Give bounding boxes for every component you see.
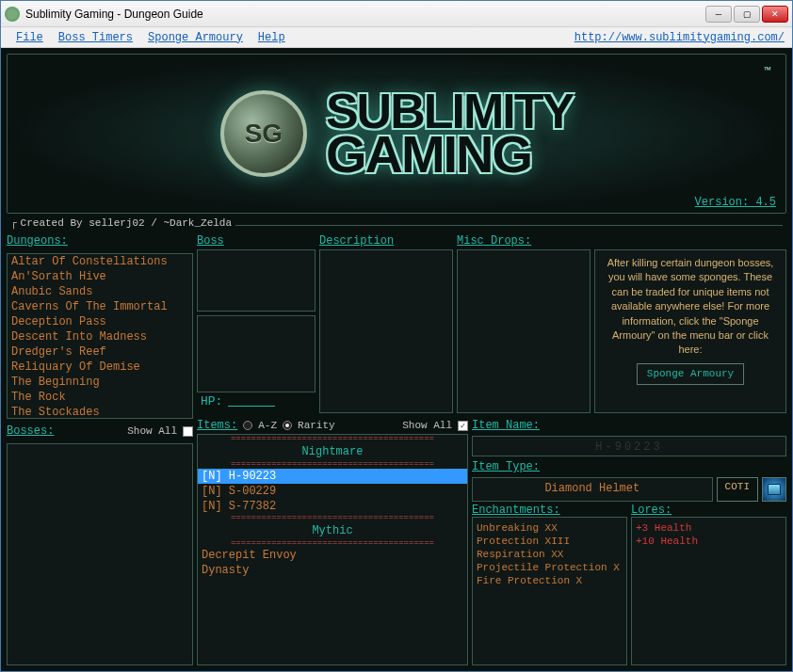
app-icon xyxy=(5,7,20,22)
content-area: SUBLIMITY GAMING ™ Version: 4.5 ┌Created… xyxy=(1,48,792,671)
item-slot-icon xyxy=(762,477,786,502)
trademark-icon: ™ xyxy=(764,66,770,77)
list-item[interactable]: Descent Into Madness xyxy=(8,329,192,344)
rarity-header: Nightmare xyxy=(198,443,467,460)
list-item[interactable]: Dredger's Reef xyxy=(8,344,192,360)
list-item[interactable]: [N] S-00229 xyxy=(198,484,467,499)
list-item[interactable]: Reliquary Of Demise xyxy=(8,360,192,375)
list-item[interactable]: [N] S-77382 xyxy=(198,499,467,514)
sort-rarity-radio[interactable] xyxy=(283,421,292,430)
list-item[interactable]: Caverns Of The Immortal xyxy=(8,299,192,314)
list-item[interactable]: Altar Of Constellations xyxy=(8,254,192,269)
maximize-button[interactable]: ▢ xyxy=(734,6,760,23)
items-show-all-checkbox[interactable] xyxy=(458,421,468,431)
list-item[interactable]: Dynasty xyxy=(198,563,467,578)
boss-name-box xyxy=(197,249,316,312)
lores-box: +3 Health+10 Health xyxy=(631,517,786,665)
hp-row: HP: xyxy=(197,392,316,410)
hp-value xyxy=(228,397,275,407)
sponge-armoury-button[interactable]: Sponge Armoury xyxy=(637,363,744,385)
list-item[interactable]: Decrepit Envoy xyxy=(198,548,467,563)
helmet-icon xyxy=(768,484,781,495)
enchantments-label: Enchantments: xyxy=(472,504,627,517)
list-item[interactable]: The Rock xyxy=(8,390,192,405)
banner-text: SUBLIMITY GAMING xyxy=(326,90,573,177)
misc-drops-box xyxy=(457,249,591,413)
list-item[interactable]: The Beginning xyxy=(8,375,192,390)
list-item[interactable]: The Stockades xyxy=(8,405,192,419)
menu-file[interactable]: File xyxy=(8,29,51,46)
coti-button[interactable]: COTI xyxy=(717,477,758,502)
credits-row: ┌Created By sellerj02 / ~Dark_Zelda xyxy=(7,217,786,229)
list-item[interactable]: An'Sorath Hive xyxy=(8,269,192,284)
info-box: After killing certain dungeon bosses, yo… xyxy=(594,249,786,413)
list-item[interactable]: Anubic Sands xyxy=(8,284,192,299)
item-name-box: H-90223 xyxy=(472,436,786,456)
list-item[interactable]: [N] H-90223 xyxy=(198,469,467,484)
dungeons-list[interactable]: Altar Of ConstellationsAn'Sorath HiveAnu… xyxy=(7,253,193,419)
menubar: File Boss Timers Sponge Armoury Help htt… xyxy=(1,27,792,48)
minimize-button[interactable]: ─ xyxy=(705,6,732,23)
bosses-show-all-checkbox[interactable] xyxy=(183,426,193,437)
menu-help[interactable]: Help xyxy=(251,29,293,46)
version-label: Version: 4.5 xyxy=(695,196,776,209)
sort-az-radio[interactable] xyxy=(243,421,252,430)
titlebar: Sublimity Gaming - Dungeon Guide ─ ▢ ✕ xyxy=(1,1,792,27)
website-link[interactable]: http://www.sublimitygaming.com/ xyxy=(575,31,785,44)
dungeons-label: Dungeons: xyxy=(7,234,68,248)
menu-boss-timers[interactable]: Boss Timers xyxy=(51,29,140,46)
items-list[interactable]: ========================================… xyxy=(197,434,468,665)
menu-sponge-armoury[interactable]: Sponge Armoury xyxy=(140,29,251,46)
bosses-label: Bosses: xyxy=(7,424,54,438)
rarity-header: Mythic xyxy=(198,522,467,539)
misc-drops-label: Misc Drops: xyxy=(457,234,531,248)
window-controls: ─ ▢ ✕ xyxy=(705,6,788,23)
item-type-box: Diamond Helmet xyxy=(472,477,713,502)
boss-image-box xyxy=(197,315,316,392)
enchantments-box: Unbreaking XXProtection XIIIRespiration … xyxy=(472,517,627,665)
item-name-label: Item Name: xyxy=(472,419,540,432)
boss-label: Boss xyxy=(197,234,224,248)
close-button[interactable]: ✕ xyxy=(762,6,788,23)
list-item[interactable]: Deception Pass xyxy=(8,314,192,329)
logo-icon xyxy=(220,90,307,177)
description-label: Description xyxy=(319,234,394,248)
lores-label: Lores: xyxy=(631,504,786,517)
description-box xyxy=(319,249,453,413)
app-window: Sublimity Gaming - Dungeon Guide ─ ▢ ✕ F… xyxy=(0,0,793,672)
banner: SUBLIMITY GAMING ™ Version: 4.5 xyxy=(7,54,786,214)
bosses-list[interactable] xyxy=(7,443,193,665)
window-title: Sublimity Gaming - Dungeon Guide xyxy=(25,8,705,21)
items-label: Items: xyxy=(197,419,237,432)
item-type-label: Item Type: xyxy=(472,460,540,473)
bosses-show-all-label: Show All xyxy=(127,425,177,437)
